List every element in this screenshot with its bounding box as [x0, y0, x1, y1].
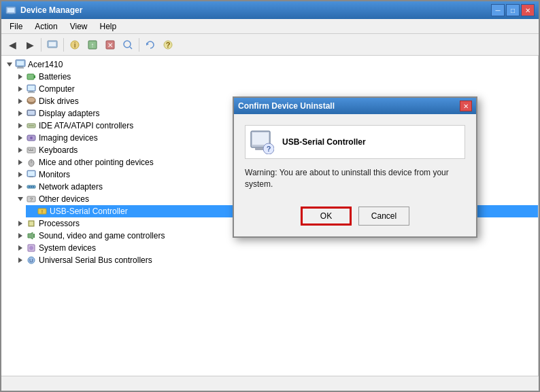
- toolbar-help[interactable]: ?: [160, 37, 176, 53]
- usb-controllers-label: Universal Serial Bus controllers: [39, 255, 152, 265]
- svg-rect-20: [27, 74, 34, 79]
- disk-drives-label: Disk drives: [39, 96, 79, 106]
- dialog-title-bar: Confirm Device Uninstall ✕: [234, 98, 476, 114]
- processors-label: Processors: [39, 219, 80, 228]
- expand-processors[interactable]: [15, 218, 26, 229]
- system-devices-icon: [26, 243, 37, 253]
- toolbar-back[interactable]: ◀: [4, 37, 20, 53]
- expand-computer[interactable]: [15, 84, 26, 94]
- toolbar-forward[interactable]: ▶: [22, 37, 38, 53]
- ide-ata-label: IDE ATA/ATAPI controllers: [39, 121, 133, 130]
- svg-rect-21: [34, 75, 35, 78]
- ide-ata-icon: [26, 120, 37, 131]
- other-devices-label: Other devices: [39, 194, 89, 204]
- svg-rect-44: [29, 177, 33, 177]
- monitors-icon: [26, 169, 37, 180]
- expand-usb-serial[interactable]: [26, 206, 37, 217]
- title-bar: Device Manager ─ □ ✕: [1, 1, 539, 19]
- sound-video-label: Sound, video and game controllers: [39, 231, 165, 240]
- svg-rect-36: [30, 149, 31, 149]
- close-window-button[interactable]: ✕: [521, 4, 535, 16]
- dialog-device-icon: ?: [248, 128, 275, 156]
- dialog-device-name: USB-Serial Controller: [282, 137, 366, 147]
- ok-button[interactable]: OK: [301, 207, 352, 226]
- expand-keyboards[interactable]: [15, 145, 26, 156]
- dialog-buttons: OK Cancel: [234, 201, 476, 236]
- menu-bar: File Action View Help: [1, 19, 539, 34]
- toolbar-up[interactable]: [44, 37, 61, 53]
- toolbar-sep-1: [41, 38, 41, 52]
- svg-point-33: [30, 137, 33, 139]
- title-bar-left: Device Manager: [5, 5, 82, 16]
- svg-rect-18: [18, 67, 23, 67]
- expand-mice[interactable]: [15, 157, 26, 168]
- keyboards-label: Keyboards: [39, 145, 78, 155]
- expand-disk-drives[interactable]: [15, 96, 26, 107]
- cancel-button[interactable]: Cancel: [358, 207, 409, 226]
- imaging-devices-label: Imaging devices: [39, 133, 98, 143]
- svg-marker-55: [28, 232, 33, 239]
- dialog-device-row: ? USB-Serial Controller: [245, 125, 465, 159]
- svg-text:✕: ✕: [107, 41, 113, 49]
- dialog-close-button[interactable]: ✕: [460, 101, 472, 111]
- menu-action[interactable]: Action: [29, 20, 63, 33]
- svg-rect-4: [49, 42, 56, 46]
- toolbar-update-driver[interactable]: ↑: [84, 37, 101, 53]
- svg-rect-17: [17, 61, 24, 65]
- svg-text:?: ?: [267, 145, 271, 153]
- svg-rect-29: [28, 111, 35, 115]
- sound-video-icon: [26, 230, 37, 241]
- network-adapters-label: Network adapters: [39, 182, 103, 192]
- imaging-devices-icon: [26, 132, 37, 143]
- minimize-button[interactable]: ─: [491, 4, 505, 16]
- menu-view[interactable]: View: [65, 20, 93, 33]
- expand-display-adapters[interactable]: [15, 108, 26, 119]
- dialog-body: ? USB-Serial Controller Warning: You are…: [234, 114, 476, 201]
- svg-point-27: [27, 97, 35, 103]
- svg-rect-37: [32, 149, 33, 149]
- expand-monitors[interactable]: [15, 169, 26, 180]
- toolbar-sep-2: [63, 38, 64, 52]
- expand-usb-controllers[interactable]: [15, 255, 26, 266]
- expand-other-devices[interactable]: [15, 194, 26, 204]
- expand-ide-ata[interactable]: [15, 120, 26, 131]
- menu-file[interactable]: File: [4, 20, 28, 33]
- expand-sound-video[interactable]: [15, 230, 26, 241]
- device-manager-window: Device Manager ─ □ ✕ File Action View He…: [0, 0, 540, 392]
- monitors-label: Monitors: [39, 170, 70, 179]
- dialog-overlay: Confirm Device Uninstall ✕: [171, 56, 539, 376]
- svg-point-47: [31, 186, 32, 188]
- menu-help[interactable]: Help: [95, 20, 122, 33]
- svg-line-12: [130, 47, 132, 49]
- expand-imaging-devices[interactable]: [15, 132, 26, 143]
- dialog-title: Confirm Device Uninstall: [238, 101, 335, 111]
- root-icon: [15, 59, 26, 70]
- svg-rect-1: [7, 8, 14, 12]
- svg-point-46: [29, 186, 30, 188]
- keyboards-icon: [26, 145, 37, 156]
- dialog-warning-message: Warning: You are about to uninstall this…: [245, 167, 465, 190]
- expand-network-adapters[interactable]: [15, 181, 26, 192]
- svg-text:U: U: [29, 257, 33, 264]
- svg-rect-54: [29, 221, 33, 226]
- app-icon: [5, 5, 16, 16]
- toolbar-scan[interactable]: [120, 37, 136, 53]
- toolbar-uninstall[interactable]: ✕: [102, 37, 118, 53]
- expand-system-devices[interactable]: [15, 243, 26, 253]
- toolbar-properties[interactable]: i: [67, 37, 83, 53]
- svg-text:!: !: [41, 209, 43, 214]
- maximize-button[interactable]: □: [506, 4, 520, 16]
- status-bar: [1, 376, 539, 391]
- usb-controllers-icon: U: [26, 255, 37, 266]
- mice-icon: [26, 157, 37, 168]
- svg-text:?: ?: [166, 41, 171, 49]
- toolbar-refresh[interactable]: [142, 37, 158, 53]
- svg-text:?: ?: [30, 196, 33, 202]
- toolbar: ◀ ▶ i ↑ ✕ ?: [1, 34, 539, 56]
- expand-batteries[interactable]: [15, 71, 26, 82]
- computer-label: Computer: [39, 84, 75, 94]
- svg-rect-38: [29, 150, 33, 151]
- main-content: Acer1410 Batteries Computer: [1, 56, 539, 376]
- expand-root[interactable]: [4, 59, 15, 70]
- network-adapters-icon: [26, 181, 37, 192]
